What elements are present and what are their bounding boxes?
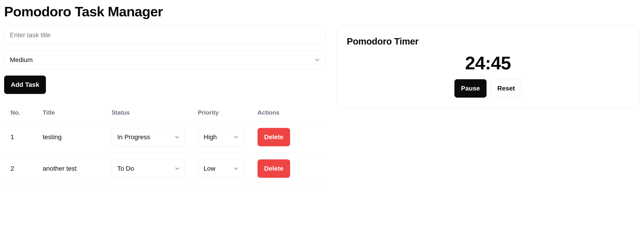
timer-value: 24:45 (347, 53, 629, 74)
timer-heading: Pomodoro Timer (347, 36, 629, 47)
timer-panel: Pomodoro Timer 24:45 Pause Reset (336, 26, 640, 109)
tasks-table-header-row: No. Title Status Priority Actions (4, 104, 326, 121)
timer-card: Pomodoro Timer 24:45 Pause Reset (336, 26, 640, 109)
table-row: 1 testing In Progress (4, 121, 326, 153)
task-title-input[interactable] (4, 26, 326, 44)
priority-select[interactable]: Low (198, 159, 244, 178)
cell-actions: Delete (251, 121, 326, 153)
cell-no: 2 (4, 153, 36, 184)
delete-button[interactable]: Delete (258, 128, 290, 146)
cell-priority: Low (192, 153, 251, 184)
col-header-actions: Actions (251, 104, 326, 121)
status-select[interactable]: To Do (112, 159, 185, 178)
status-select[interactable]: In Progress (112, 128, 185, 146)
cell-status: To Do (105, 153, 192, 184)
task-form: Medium Add Task (4, 26, 326, 94)
cell-actions: Delete (251, 153, 326, 184)
col-header-title: Title (36, 104, 105, 121)
cell-title: testing (36, 121, 105, 153)
pause-button[interactable]: Pause (454, 79, 487, 98)
timer-buttons: Pause Reset (347, 79, 629, 98)
page-title: Pomodoro Task Manager (4, 4, 640, 20)
cell-title: another test (36, 153, 105, 184)
col-header-status: Status (105, 104, 192, 121)
task-panel: Medium Add Task No. Title Status Priorit… (4, 26, 326, 184)
priority-select[interactable]: High (198, 128, 244, 146)
cell-status: In Progress (105, 121, 192, 153)
col-header-no: No. (4, 104, 36, 121)
cell-priority: High (192, 121, 251, 153)
tasks-table: No. Title Status Priority Actions 1 test… (4, 104, 326, 184)
task-priority-select[interactable]: Medium (4, 51, 326, 69)
task-priority-select-wrap: Medium (4, 51, 326, 69)
reset-button[interactable]: Reset (491, 79, 522, 98)
table-row: 2 another test To Do (4, 153, 326, 184)
col-header-priority: Priority (192, 104, 251, 121)
cell-no: 1 (4, 121, 36, 153)
add-task-button[interactable]: Add Task (4, 76, 46, 94)
delete-button[interactable]: Delete (258, 159, 290, 178)
